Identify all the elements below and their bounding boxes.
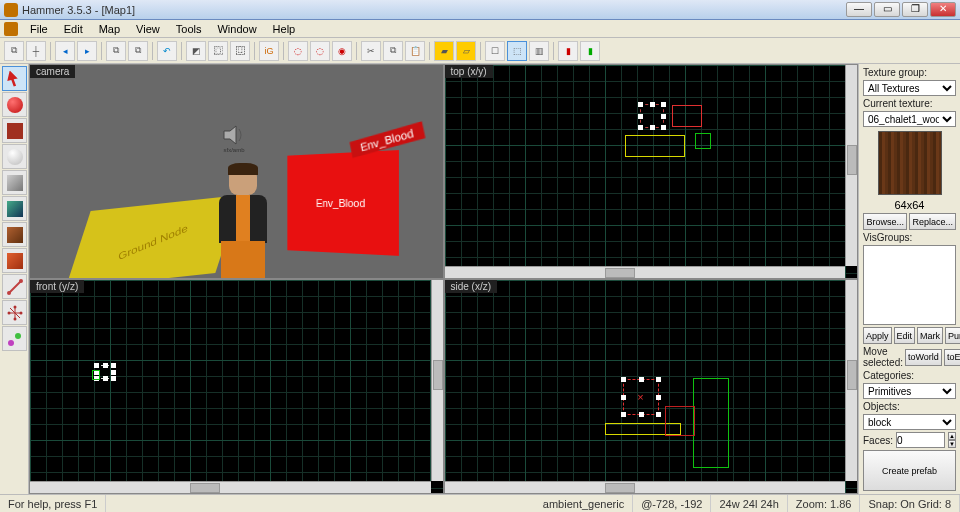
tb-load-window-icon[interactable]: ⧉	[106, 41, 126, 61]
tb-group-icon[interactable]: ⿴	[208, 41, 228, 61]
tb-cut-icon[interactable]: ✂	[361, 41, 381, 61]
visgroups-listbox[interactable]	[863, 245, 956, 325]
texgroup-select[interactable]: All Textures	[863, 80, 956, 96]
tb-larger-grid[interactable]: ▸	[77, 41, 97, 61]
vertex-tool[interactable]	[2, 300, 27, 325]
texgroup-label: Texture group:	[863, 67, 956, 78]
svg-point-9	[13, 317, 16, 320]
viewport-top-label: top (x/y)	[445, 65, 493, 78]
tb-run-icon[interactable]: ▮	[558, 41, 578, 61]
menu-map[interactable]: Map	[91, 22, 128, 36]
tb-carve-icon[interactable]: ◩	[186, 41, 206, 61]
texture-tool[interactable]	[2, 196, 27, 221]
tb-paste-icon[interactable]: 📋	[405, 41, 425, 61]
viewport-top-hscroll[interactable]	[445, 266, 846, 278]
create-prefab-button[interactable]: Create prefab	[863, 450, 956, 491]
curtex-select[interactable]: 06_chalet1_woo	[863, 111, 956, 127]
viewport-side[interactable]: side (x/z) ×	[445, 280, 858, 493]
browse-button[interactable]: Browse...	[863, 213, 907, 230]
speaker-icon: sfx/amb	[222, 125, 246, 145]
tb-show-icon[interactable]: ◉	[332, 41, 352, 61]
viewport-front-vscroll[interactable]	[431, 280, 443, 481]
status-bar: For help, press F1 ambient_generic @-728…	[0, 494, 960, 512]
viewport-side-label: side (x/z)	[445, 280, 498, 293]
viewport-front[interactable]: front (y/z)	[30, 280, 443, 493]
svg-point-2	[19, 279, 23, 283]
brush-env-blood: Env_Blood Env_Blood	[287, 150, 399, 256]
tb-select-mode-icon[interactable]: ☐	[485, 41, 505, 61]
minimize-button[interactable]: —	[846, 2, 872, 17]
purge-button[interactable]: Purge	[945, 327, 960, 344]
move-selected-label: Move selected:	[863, 346, 903, 368]
viewport-side-vscroll[interactable]	[845, 280, 857, 481]
tb-tex-align-icon[interactable]: ▥	[529, 41, 549, 61]
status-entity: ambient_generic	[535, 495, 633, 512]
svg-point-8	[13, 305, 16, 308]
viewport-top-vscroll[interactable]	[845, 65, 857, 266]
visgroups-label: VisGroups:	[863, 232, 956, 243]
tb-compile-options-icon[interactable]: ▮	[580, 41, 600, 61]
faces-up[interactable]: ▲	[948, 432, 956, 440]
restore-button[interactable]: ❐	[902, 2, 928, 17]
maximize-button[interactable]: ▭	[874, 2, 900, 17]
close-button[interactable]: ✕	[930, 2, 956, 17]
menu-file[interactable]: File	[22, 22, 56, 36]
to-entity-button[interactable]: toEntity	[944, 349, 960, 366]
tb-hide-unsel-icon[interactable]: ◌	[310, 41, 330, 61]
clip-tool[interactable]	[2, 274, 27, 299]
viewport-front-label: front (y/z)	[30, 280, 84, 293]
texture-swatch[interactable]	[878, 131, 942, 195]
title-bar: Hammer 3.5.3 - [Map1] — ▭ ❐ ✕	[0, 0, 960, 20]
path-tool[interactable]	[2, 326, 27, 351]
tb-ig-icon[interactable]: iG	[259, 41, 279, 61]
tb-save-window-icon[interactable]: ⧉	[128, 41, 148, 61]
tb-2d3d-toggle[interactable]: ⧉	[4, 41, 24, 61]
apply-tool[interactable]	[2, 222, 27, 247]
objects-label: Objects:	[863, 401, 956, 412]
status-zoom: Zoom: 1.86	[788, 495, 861, 512]
faces-down[interactable]: ▼	[948, 440, 956, 448]
viewport-front-hscroll[interactable]	[30, 481, 431, 493]
hammer-icon	[4, 22, 18, 36]
objects-select[interactable]: block	[863, 414, 956, 430]
mark-button[interactable]: Mark	[917, 327, 943, 344]
menu-edit[interactable]: Edit	[56, 22, 91, 36]
decal-tool[interactable]	[2, 248, 27, 273]
viewport-camera[interactable]: camera sfx/amb Ground Node Env_Blood Env…	[30, 65, 443, 278]
tb-ungroup-icon[interactable]: ⿶	[230, 41, 250, 61]
viewport-side-hscroll[interactable]	[445, 481, 846, 493]
svg-line-0	[9, 281, 21, 293]
tb-grid-icon[interactable]: ┼	[26, 41, 46, 61]
block-tool[interactable]	[2, 170, 27, 195]
apply-button[interactable]: Apply	[863, 327, 892, 344]
main-area: camera sfx/amb Ground Node Env_Blood Env…	[0, 64, 960, 494]
texture-dims: 64x64	[863, 199, 956, 211]
speaker-entity-label: sfx/amb	[222, 147, 246, 153]
menu-window[interactable]: Window	[209, 22, 264, 36]
viewport-top[interactable]: top (x/y)	[445, 65, 858, 278]
camera-tool[interactable]	[2, 118, 27, 143]
menu-help[interactable]: Help	[265, 22, 304, 36]
npc-model	[205, 165, 281, 278]
categories-select[interactable]: Primitives	[863, 383, 956, 399]
magnify-tool[interactable]	[2, 92, 27, 117]
tb-undo-icon[interactable]: ↶	[157, 41, 177, 61]
viewport-camera-label: camera	[30, 65, 75, 78]
tb-smaller-grid[interactable]: ◂	[55, 41, 75, 61]
to-world-button[interactable]: toWorld	[905, 349, 942, 366]
tb-tex-lock-icon[interactable]: ⬚	[507, 41, 527, 61]
status-coords: @-728, -192	[633, 495, 711, 512]
menu-tools[interactable]: Tools	[168, 22, 210, 36]
tb-cordon-icon[interactable]: ▰	[434, 41, 454, 61]
svg-point-10	[8, 340, 14, 346]
menu-view[interactable]: View	[128, 22, 168, 36]
tb-cordon-edit-icon[interactable]: ▱	[456, 41, 476, 61]
edit-button[interactable]: Edit	[894, 327, 916, 344]
svg-point-7	[19, 311, 22, 314]
tb-hide-sel-icon[interactable]: ◌	[288, 41, 308, 61]
replace-button[interactable]: Replace...	[909, 213, 956, 230]
tb-copy-icon[interactable]: ⧉	[383, 41, 403, 61]
entity-tool[interactable]	[2, 144, 27, 169]
selection-tool[interactable]	[2, 66, 27, 91]
faces-input[interactable]	[896, 432, 945, 448]
